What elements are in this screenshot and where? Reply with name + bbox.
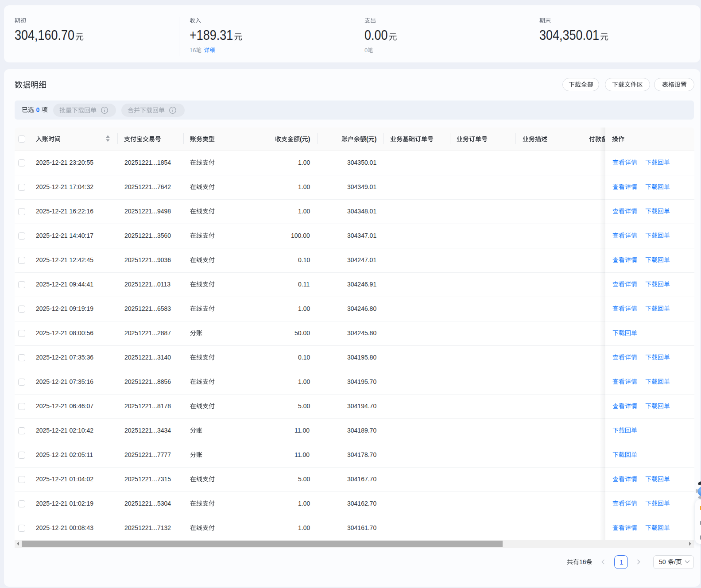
svg-text:20251221...7315: 20251221...7315: [124, 476, 171, 483]
svg-text:304178.70: 304178.70: [347, 451, 376, 458]
svg-text:20251221...6583: 20251221...6583: [124, 305, 171, 312]
svg-text:5.00: 5.00: [298, 402, 310, 410]
svg-text:11.00: 11.00: [294, 451, 310, 458]
svg-text:304162.70: 304162.70: [347, 500, 376, 507]
svg-text:2025-12-21 14:40:17: 2025-12-21 14:40:17: [36, 232, 93, 239]
svg-text:2025-12-21 12:42:45: 2025-12-21 12:42:45: [36, 256, 93, 263]
svg-text:2025-12-21 09:19:19: 2025-12-21 09:19:19: [36, 305, 93, 312]
svg-text:304189.70: 304189.70: [347, 427, 376, 434]
svg-text:0.00: 0.00: [364, 27, 388, 43]
svg-text:11.00: 11.00: [294, 427, 310, 434]
svg-text:1.00: 1.00: [298, 524, 310, 531]
svg-text:2025-12-21 07:35:16: 2025-12-21 07:35:16: [36, 378, 93, 385]
svg-text:2025-12-21 06:46:07: 2025-12-21 06:46:07: [36, 402, 93, 410]
svg-text:50.00: 50.00: [294, 329, 310, 337]
svg-text:0: 0: [36, 106, 40, 113]
svg-text:2025-12-21 17:04:32: 2025-12-21 17:04:32: [36, 183, 93, 190]
svg-text:20251221...7132: 20251221...7132: [124, 524, 171, 531]
svg-text:304195.80: 304195.80: [347, 354, 376, 361]
svg-text:100.00: 100.00: [291, 232, 310, 239]
svg-text:0.10: 0.10: [298, 256, 310, 263]
svg-text:20251221...3140: 20251221...3140: [124, 354, 171, 361]
svg-text:1.00: 1.00: [298, 159, 310, 166]
svg-text:1.00: 1.00: [298, 305, 310, 312]
svg-text:20251221...9036: 20251221...9036: [124, 256, 171, 263]
svg-text:0.10: 0.10: [298, 354, 310, 361]
svg-text:): ): [374, 135, 376, 143]
svg-text:20251221...1854: 20251221...1854: [124, 159, 171, 166]
svg-text:20251221...2887: 20251221...2887: [124, 329, 171, 337]
svg-text:20251221...7642: 20251221...7642: [124, 183, 171, 190]
svg-text:16: 16: [190, 47, 196, 54]
svg-text:304246.91: 304246.91: [347, 281, 376, 288]
svg-text:304348.01: 304348.01: [347, 208, 376, 215]
svg-text:1.00: 1.00: [298, 208, 310, 215]
svg-text:50: 50: [659, 558, 666, 565]
svg-text:304167.70: 304167.70: [347, 476, 376, 483]
svg-text:2025-12-21 01:02:19: 2025-12-21 01:02:19: [36, 500, 93, 507]
svg-text:20251221...7777: 20251221...7777: [124, 451, 171, 458]
svg-text:16: 16: [579, 558, 586, 565]
svg-text:304195.70: 304195.70: [347, 378, 376, 385]
svg-text:2025-12-21 16:22:16: 2025-12-21 16:22:16: [36, 208, 93, 215]
svg-text:304349.01: 304349.01: [347, 183, 376, 190]
svg-text:2025-12-21 00:08:43: 2025-12-21 00:08:43: [36, 524, 93, 531]
svg-text:(: (: [300, 135, 302, 143]
svg-text:20251221...8178: 20251221...8178: [124, 402, 171, 410]
svg-text:20251221...9498: 20251221...9498: [124, 208, 171, 215]
svg-text:2025-12-21 07:35:36: 2025-12-21 07:35:36: [36, 354, 93, 361]
svg-text:304246.80: 304246.80: [347, 305, 376, 312]
svg-text:1.00: 1.00: [298, 378, 310, 385]
svg-text:20251221...3434: 20251221...3434: [124, 427, 171, 434]
svg-text:20251221...0113: 20251221...0113: [124, 281, 170, 288]
svg-text:20251221...5304: 20251221...5304: [124, 500, 171, 507]
svg-text:5.00: 5.00: [298, 476, 310, 483]
svg-text:0.11: 0.11: [298, 281, 310, 288]
svg-text:304347.01: 304347.01: [347, 232, 376, 239]
svg-text:304,160.70: 304,160.70: [15, 27, 74, 43]
svg-text:1: 1: [620, 558, 624, 566]
svg-text:2025-12-21 01:04:02: 2025-12-21 01:04:02: [36, 476, 93, 483]
svg-text:): ): [308, 135, 310, 143]
svg-text:304245.80: 304245.80: [347, 329, 376, 337]
svg-text:2025-12-21 02:10:42: 2025-12-21 02:10:42: [36, 427, 93, 434]
svg-text:304247.01: 304247.01: [347, 256, 376, 263]
svg-text:20251221...3560: 20251221...3560: [124, 232, 171, 239]
svg-text:304161.70: 304161.70: [347, 524, 376, 531]
svg-text:2025-12-21 23:20:55: 2025-12-21 23:20:55: [36, 159, 93, 166]
svg-text:+189.31: +189.31: [190, 27, 233, 43]
svg-text:20251221...8856: 20251221...8856: [124, 378, 171, 385]
svg-text:2025-12-21 02:05:11: 2025-12-21 02:05:11: [36, 451, 93, 458]
svg-text:1.00: 1.00: [298, 500, 310, 507]
svg-text:1.00: 1.00: [298, 183, 310, 190]
svg-text:2025-12-21 08:00:56: 2025-12-21 08:00:56: [36, 329, 93, 337]
svg-text:2025-12-21 09:44:41: 2025-12-21 09:44:41: [36, 281, 93, 288]
svg-text:304,350.01: 304,350.01: [539, 27, 599, 43]
svg-text:(: (: [366, 135, 368, 143]
svg-text:/: /: [674, 558, 676, 565]
svg-text:0: 0: [364, 47, 368, 54]
svg-text:304350.01: 304350.01: [347, 159, 376, 166]
svg-text:304194.70: 304194.70: [347, 402, 376, 410]
